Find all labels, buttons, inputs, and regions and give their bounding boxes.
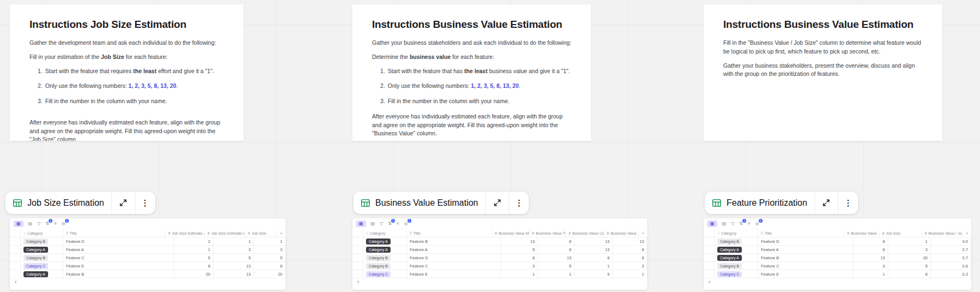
- number-cell[interactable]: 8: [613, 246, 647, 253]
- table-preview-job-size[interactable]: ▦▤▽⇅1≡◎1○Category▯Title#Job Size Estimat…: [10, 218, 286, 290]
- add-field-button[interactable]: +: [277, 229, 286, 237]
- view-switcher-icon[interactable]: ▦: [14, 221, 23, 227]
- column-header[interactable]: #Job Size: [879, 229, 922, 237]
- kebab-menu-icon[interactable]: ⋮: [839, 192, 858, 214]
- view-switcher-icon[interactable]: ▦: [707, 221, 717, 227]
- title-cell[interactable]: Feature D: [63, 237, 174, 245]
- category-cell[interactable]: Category B: [21, 237, 63, 245]
- filter-icon[interactable]: ▽: [380, 221, 383, 227]
- category-cell[interactable]: Category A: [715, 246, 758, 253]
- add-field-button[interactable]: +: [963, 229, 971, 237]
- number-cell[interactable]: 3: [214, 246, 254, 253]
- number-cell[interactable]: 5: [501, 246, 538, 253]
- category-cell[interactable]: Category A: [715, 254, 758, 261]
- kebab-menu-icon[interactable]: ⋮: [509, 192, 529, 214]
- number-cell[interactable]: 13: [613, 237, 647, 245]
- number-cell[interactable]: 8: [538, 237, 575, 245]
- number-cell[interactable]: 13: [853, 254, 888, 261]
- number-cell[interactable]: 0.7: [931, 254, 971, 261]
- expand-icon[interactable]: [815, 192, 838, 214]
- widget-pill-job-size[interactable]: Job Size Estimation ⋮: [5, 192, 155, 214]
- number-cell[interactable]: 1: [254, 237, 286, 245]
- grid-view-icon[interactable]: ▤: [371, 221, 375, 227]
- filter-icon[interactable]: ▽: [731, 221, 734, 227]
- number-cell[interactable]: 3: [888, 246, 931, 253]
- column-header[interactable]: #Job Size Estimate Lisa: [205, 229, 245, 237]
- number-cell[interactable]: 3: [853, 262, 888, 270]
- column-header[interactable]: ▯Title: [758, 229, 845, 237]
- category-cell[interactable]: Category B: [363, 254, 407, 261]
- filter-icon[interactable]: ▽: [37, 221, 40, 227]
- expand-icon[interactable]: [486, 192, 509, 214]
- number-cell[interactable]: 1: [613, 270, 647, 278]
- number-cell[interactable]: 13: [214, 262, 254, 270]
- column-header[interactable]: #Business Value / Job Size: [922, 229, 963, 237]
- category-cell[interactable]: Category B: [715, 262, 758, 270]
- number-cell[interactable]: 0.3: [931, 270, 971, 278]
- number-cell[interactable]: 5: [214, 254, 254, 261]
- title-cell[interactable]: Feature A: [63, 246, 174, 253]
- number-cell[interactable]: 5: [538, 262, 575, 270]
- title-cell[interactable]: Feature D: [407, 254, 501, 261]
- grid-view-icon[interactable]: ▤: [722, 221, 727, 227]
- category-cell[interactable]: Category B: [363, 262, 407, 270]
- number-cell[interactable]: 13: [214, 270, 254, 278]
- number-cell[interactable]: 20: [888, 254, 931, 261]
- row-height-icon[interactable]: ≡: [54, 221, 57, 227]
- number-cell[interactable]: 0.6: [931, 262, 971, 270]
- number-cell[interactable]: 1: [575, 262, 613, 270]
- instruction-card-prioritization[interactable]: Instructions Business Value Estimation F…: [704, 4, 942, 141]
- row-height-icon[interactable]: ≡: [397, 221, 399, 227]
- column-header[interactable]: ▯Title: [407, 229, 492, 237]
- table-preview-prioritization[interactable]: ▦▤▽⇅1≡◎1○Category▯Title#Business Value#J…: [704, 218, 971, 290]
- number-cell[interactable]: 5: [575, 270, 613, 278]
- add-row-button[interactable]: +: [352, 278, 647, 286]
- number-cell[interactable]: 8: [853, 237, 888, 245]
- number-cell[interactable]: 8: [575, 254, 613, 261]
- number-cell[interactable]: 1: [888, 237, 931, 245]
- number-cell[interactable]: 13: [501, 237, 538, 245]
- category-cell[interactable]: Category B: [715, 237, 758, 245]
- number-cell[interactable]: 8: [538, 246, 575, 253]
- number-cell[interactable]: 1: [853, 270, 888, 278]
- title-cell[interactable]: Feature E: [63, 262, 174, 270]
- column-header[interactable]: #Business Value Tim: [529, 229, 566, 237]
- number-cell[interactable]: 1: [174, 246, 214, 253]
- number-cell[interactable]: 13: [538, 254, 575, 261]
- sort-icon[interactable]: ⇅1: [388, 221, 392, 227]
- number-cell[interactable]: 8: [888, 270, 931, 278]
- number-cell[interactable]: 1: [538, 270, 575, 278]
- category-cell[interactable]: Category C: [363, 270, 407, 278]
- column-header[interactable]: #Business Value Max: [492, 229, 529, 237]
- number-cell[interactable]: 8: [613, 254, 647, 261]
- title-cell[interactable]: Feature B: [63, 270, 174, 278]
- column-header[interactable]: ○Category: [21, 229, 63, 237]
- number-cell[interactable]: 3: [254, 246, 286, 253]
- column-header[interactable]: #Business Value: [845, 229, 879, 237]
- title-cell[interactable]: Feature B: [407, 237, 501, 245]
- column-header[interactable]: #Business Value Caroline: [566, 229, 604, 237]
- number-cell[interactable]: 1: [501, 270, 538, 278]
- kebab-menu-icon[interactable]: ⋮: [135, 192, 155, 214]
- widget-pill-business-value[interactable]: Business Value Estimation ⋮: [353, 192, 529, 214]
- number-cell[interactable]: 20: [254, 270, 286, 278]
- category-cell[interactable]: Category A: [363, 237, 407, 245]
- number-cell[interactable]: 13: [575, 246, 613, 253]
- title-cell[interactable]: Feature E: [407, 270, 501, 278]
- title-cell[interactable]: Feature A: [758, 246, 853, 253]
- category-cell[interactable]: Category A: [21, 270, 63, 278]
- title-cell[interactable]: Feature A: [407, 246, 501, 253]
- category-cell[interactable]: Category A: [21, 246, 63, 253]
- share-icon[interactable]: ◎1: [62, 221, 66, 227]
- grid-view-icon[interactable]: ▤: [28, 221, 33, 227]
- column-header[interactable]: #Business Value: [604, 229, 639, 237]
- column-header[interactable]: #Job Size Estimate John: [166, 229, 205, 237]
- title-cell[interactable]: Feature C: [63, 254, 174, 261]
- view-switcher-icon[interactable]: ▦: [356, 221, 366, 227]
- category-cell[interactable]: Category B: [21, 254, 63, 261]
- column-header[interactable]: ○Category: [363, 229, 407, 237]
- instruction-card-job-size[interactable]: Instructions Job Size Estimation Gather …: [10, 4, 244, 141]
- number-cell[interactable]: 3: [501, 262, 538, 270]
- number-cell[interactable]: 2.7: [931, 246, 971, 253]
- number-cell[interactable]: 13: [575, 237, 613, 245]
